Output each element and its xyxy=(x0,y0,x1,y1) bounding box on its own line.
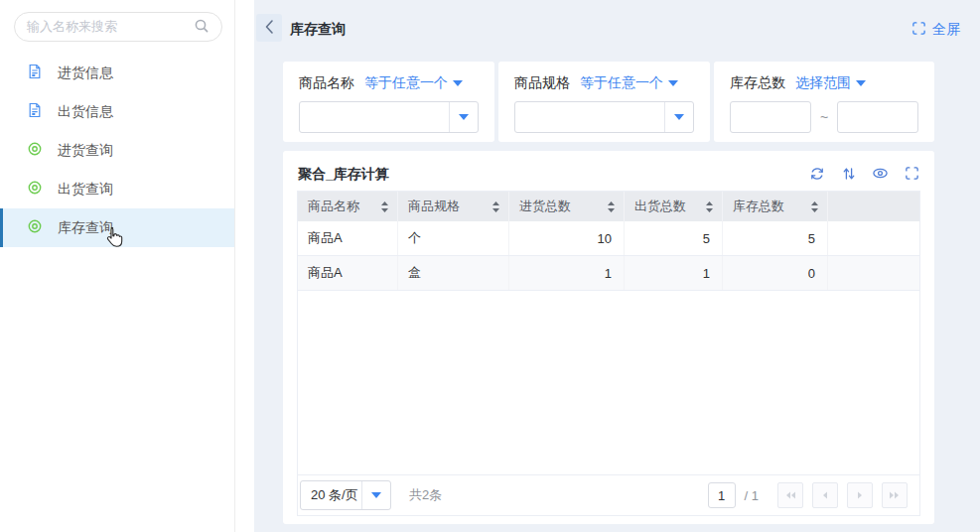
page-number-input[interactable]: 1 xyxy=(708,482,736,508)
page-size-select[interactable]: 20 条/页 xyxy=(300,480,391,510)
page-header: 库存查询 全屏 xyxy=(254,0,980,56)
filter-stock-total: 库存总数 选择范围 ~ xyxy=(714,62,934,142)
product-spec-select[interactable] xyxy=(514,101,694,133)
main-content: 库存查询 全屏 商品名称 等于任意一个 xyxy=(254,0,980,532)
main-area: 库存查询 全屏 商品名称 等于任意一个 xyxy=(236,0,980,532)
refresh-icon[interactable] xyxy=(808,165,825,182)
column-header[interactable]: 进货总数 xyxy=(509,192,625,221)
select-arrow-button[interactable] xyxy=(449,102,478,132)
column-header[interactable]: 出货总数 xyxy=(625,192,723,221)
eye-icon[interactable] xyxy=(872,165,889,182)
table-row[interactable]: 商品A 个 10 5 5 xyxy=(298,221,919,256)
product-name-select[interactable] xyxy=(299,101,479,133)
column-header[interactable]: 商品名称 xyxy=(298,192,398,221)
select-arrow-button[interactable] xyxy=(361,481,390,509)
chevron-right-icon xyxy=(854,489,866,501)
sort-caret-icon[interactable] xyxy=(810,200,819,213)
double-chevron-right-icon xyxy=(888,489,902,501)
chevron-down-icon xyxy=(668,80,678,86)
cell-stock-total: 0 xyxy=(723,256,828,290)
table-row[interactable]: 商品A 盒 1 1 0 xyxy=(298,256,919,291)
sidebar-item-inventory-query[interactable]: 库存查询 xyxy=(0,208,234,247)
sidebar-item-shipment-info[interactable]: 出货信息 xyxy=(0,92,234,131)
cell-purchase-total: 10 xyxy=(509,221,625,255)
chevron-down-icon xyxy=(459,114,469,120)
column-label: 出货总数 xyxy=(634,198,686,215)
sidebar-search-input[interactable]: 输入名称来搜索 xyxy=(14,12,222,42)
table-empty-space xyxy=(298,291,919,474)
range-separator: ~ xyxy=(811,109,837,125)
ring-icon xyxy=(27,180,43,199)
filter-condition-dropdown[interactable]: 选择范围 xyxy=(795,74,866,92)
sidebar-item-label: 进货信息 xyxy=(58,65,113,82)
sidebar-nav: 进货信息 出货信息 进货查询 出货查询 库存查询 xyxy=(0,54,234,247)
table-header-row: 商品名称 商品规格 进货总数 出货总数 xyxy=(298,192,919,221)
stock-min-input[interactable] xyxy=(730,101,811,133)
cell-stock-total: 5 xyxy=(723,221,828,255)
double-chevron-left-icon xyxy=(783,489,797,501)
chevron-left-icon xyxy=(264,19,274,38)
column-label: 商品名称 xyxy=(308,198,359,215)
fullscreen-label: 全屏 xyxy=(932,21,960,39)
cell-product-name: 商品A xyxy=(298,221,398,255)
sidebar-item-label: 出货信息 xyxy=(58,103,113,121)
back-button[interactable] xyxy=(256,14,282,42)
fullscreen-button[interactable]: 全屏 xyxy=(911,21,960,39)
filter-label: 商品规格 xyxy=(514,74,570,92)
total-count: 共2条 xyxy=(409,486,442,504)
next-page-button[interactable] xyxy=(847,482,873,508)
prev-page-button[interactable] xyxy=(812,482,838,508)
column-header[interactable]: 商品规格 xyxy=(398,192,509,221)
sort-caret-icon[interactable] xyxy=(491,200,500,213)
page-total-label: / 1 xyxy=(745,488,759,503)
select-value xyxy=(515,102,664,132)
column-label: 库存总数 xyxy=(733,198,784,215)
column-header-empty xyxy=(828,192,919,221)
column-label: 商品规格 xyxy=(408,198,460,215)
chevron-down-icon xyxy=(371,492,381,498)
filter-label: 商品名称 xyxy=(299,74,354,92)
filter-bar: 商品名称 等于任意一个 商品规格 等于任意 xyxy=(283,62,934,142)
sort-arrows-icon[interactable] xyxy=(840,165,857,182)
document-icon xyxy=(27,64,43,82)
page-title: 库存查询 xyxy=(290,21,346,39)
sort-caret-icon[interactable] xyxy=(607,200,616,213)
page-size-value: 20 条/页 xyxy=(301,481,361,509)
last-page-button[interactable] xyxy=(882,482,908,508)
column-label: 进货总数 xyxy=(519,198,571,215)
select-value xyxy=(300,102,449,132)
cell-empty xyxy=(828,256,919,290)
sidebar-item-purchase-query[interactable]: 进货查询 xyxy=(0,131,234,170)
sort-caret-icon[interactable] xyxy=(380,200,389,213)
filter-condition-label: 等于任意一个 xyxy=(580,74,663,92)
chevron-left-icon xyxy=(819,489,831,501)
stock-max-input[interactable] xyxy=(837,101,918,133)
sidebar-item-label: 库存查询 xyxy=(58,219,113,237)
first-page-button[interactable] xyxy=(777,482,803,508)
table-footer: 20 条/页 共2条 1 / 1 xyxy=(298,474,919,515)
search-icon[interactable] xyxy=(194,18,210,37)
sort-caret-icon[interactable] xyxy=(705,200,714,213)
table-fullscreen-icon[interactable] xyxy=(904,165,920,182)
panel-title: 聚合_库存计算 xyxy=(298,166,389,184)
cell-purchase-total: 1 xyxy=(509,256,625,290)
chevron-down-icon xyxy=(856,80,866,86)
ring-icon xyxy=(27,218,43,237)
cell-product-spec: 盒 xyxy=(398,256,509,290)
filter-label: 库存总数 xyxy=(730,74,785,92)
filter-condition-dropdown[interactable]: 等于任意一个 xyxy=(364,74,463,92)
chevron-down-icon xyxy=(453,80,463,86)
data-table: 商品名称 商品规格 进货总数 出货总数 xyxy=(297,191,920,516)
sidebar-item-purchase-info[interactable]: 进货信息 xyxy=(0,54,234,92)
select-arrow-button[interactable] xyxy=(664,102,693,132)
cell-shipment-total: 1 xyxy=(625,256,723,290)
filter-condition-dropdown[interactable]: 等于任意一个 xyxy=(580,74,678,92)
cell-shipment-total: 5 xyxy=(625,221,723,255)
cell-empty xyxy=(828,221,919,255)
column-header[interactable]: 库存总数 xyxy=(723,192,828,221)
sidebar-item-shipment-query[interactable]: 出货查询 xyxy=(0,170,234,208)
chevron-down-icon xyxy=(674,114,684,120)
sidebar-item-label: 出货查询 xyxy=(58,181,113,199)
filter-product-name: 商品名称 等于任意一个 xyxy=(283,62,494,142)
pagination-controls: 1 / 1 xyxy=(708,482,908,508)
